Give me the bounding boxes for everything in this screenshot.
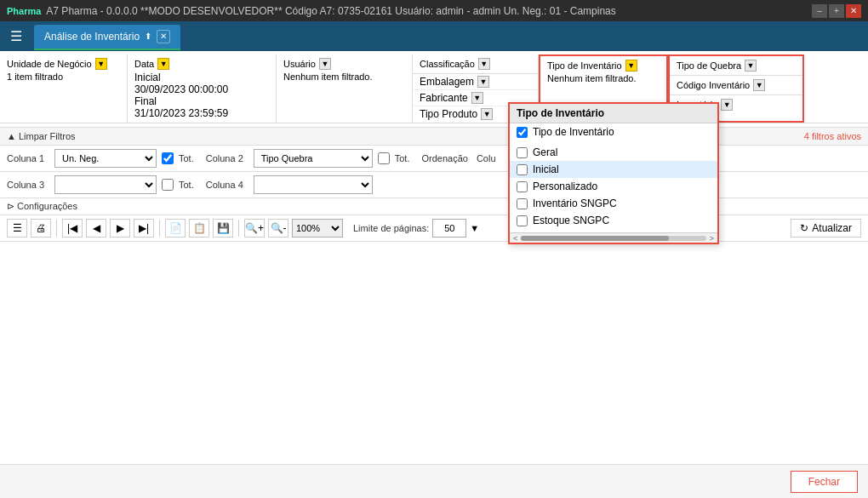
toolbar-btn-next[interactable]: ▶	[110, 219, 130, 238]
toolbar: ☰ 🖨 |◀ ◀ ▶ ▶| 📄 📋 💾 🔍+ 🔍- 100% Limite de…	[0, 215, 868, 242]
col1-select[interactable]: Un. Neg.	[54, 149, 157, 168]
maximize-button[interactable]: +	[829, 4, 844, 18]
filter-icon-codigo-inventario[interactable]: ▼	[753, 79, 765, 91]
toolbar-sep-2	[159, 220, 160, 237]
minimize-button[interactable]: –	[812, 4, 827, 18]
col2-tot-checkbox[interactable]	[378, 152, 390, 164]
label-inicial: Inicial	[533, 163, 559, 175]
toolbar-btn-7[interactable]: 💾	[213, 219, 233, 238]
checkbox-inventario-sngpc[interactable]	[517, 198, 528, 209]
filter-label-codigo-inventario: Código Inventário	[677, 80, 750, 90]
filter-label-tipo-inventario: Tipo de Inventário	[547, 60, 622, 71]
dropdown-list: Geral Inicial Personalizado Inventário S…	[510, 140, 717, 232]
filter-value-unidade: 1 item filtrado	[7, 72, 120, 82]
config-label[interactable]: ⊳ Configurações	[7, 201, 861, 212]
filter-icon-tipo-produto[interactable]: ▼	[481, 108, 493, 120]
main-content: Unidade de Negócio ▼ 1 item filtrado Dat…	[0, 51, 868, 498]
dropdown-item-inicial[interactable]: Inicial	[510, 161, 717, 178]
filter-classificacao-fabricante: Fabricante	[420, 92, 468, 104]
filter-icon-data[interactable]: ▼	[157, 58, 169, 70]
tab-close-button[interactable]: ✕	[157, 30, 170, 43]
title-bar: Pharma A7 Pharma - 0.0.0.0 **MODO DESENV…	[0, 0, 868, 21]
col2-select[interactable]: Tipo Quebra	[254, 149, 373, 168]
col1-tot-checkbox[interactable]	[162, 152, 174, 164]
dropdown-master-checkbox[interactable]	[517, 127, 528, 138]
fechar-button[interactable]: Fechar	[791, 471, 858, 493]
filter-icon-fabricante[interactable]: ▼	[471, 92, 483, 104]
ordenacao-label: Ordenação	[421, 153, 467, 163]
col3-tot-checkbox[interactable]	[162, 179, 174, 191]
checkbox-estoque-sngpc[interactable]	[517, 215, 528, 226]
dropdown-master-label: Tipo de Inventário	[533, 126, 614, 138]
scroll-left-arrow[interactable]: <	[513, 234, 517, 243]
filter-value-tipo-inventario: Nenhum item filtrado.	[547, 73, 660, 83]
toolbar-btn-5[interactable]: 📄	[165, 219, 186, 238]
refresh-label: Atualizar	[812, 222, 852, 234]
toolbar-zoom-in[interactable]: 🔍+	[244, 219, 265, 238]
filter-classificacao-tipo-produto: Tipo Produto	[420, 108, 477, 120]
label-estoque-sngpc: Estoque SNGPC	[533, 215, 609, 226]
filter-icon-unidade[interactable]: ▼	[95, 58, 107, 70]
filter-icon-usuario[interactable]: ▼	[319, 58, 331, 70]
tipo-inventario-dropdown: Tipo de Inventário Tipo de Inventário Ge…	[508, 102, 719, 244]
hamburger-button[interactable]: ☰	[5, 26, 27, 46]
col3-select[interactable]	[54, 175, 157, 194]
filter-icon-classificacao[interactable]: ▼	[478, 58, 490, 70]
clear-filters-row: ▲ Limpar Filtros 4 filtros ativos	[0, 128, 868, 146]
dropdown-item-estoque-sngpc[interactable]: Estoque SNGPC	[510, 212, 717, 229]
filter-label-classificacao: Classificação	[420, 59, 475, 69]
zoom-select[interactable]: 100%	[292, 219, 343, 238]
dropdown-item-personalizado[interactable]: Personalizado	[510, 178, 717, 195]
dropdown-item-inventario-sngpc[interactable]: Inventário SNGPC	[510, 195, 717, 212]
scroll-right-arrow[interactable]: >	[710, 234, 714, 243]
toolbar-btn-print[interactable]: 🖨	[31, 219, 51, 238]
filter-icon-embalagem[interactable]: ▼	[477, 76, 489, 88]
toolbar-zoom-out[interactable]: 🔍-	[268, 219, 288, 238]
dropdown-item-geral[interactable]: Geral	[510, 144, 717, 161]
menu-bar: ☰ Análise de Inventário ⬆ ✕	[0, 21, 868, 51]
filter-icon-tipo-quebra[interactable]: ▼	[745, 60, 757, 72]
toolbar-btn-1[interactable]: ☰	[7, 219, 27, 238]
page-limit-arrow[interactable]: ▼	[470, 223, 479, 233]
tab-analise-inventario[interactable]: Análise de Inventário ⬆ ✕	[34, 25, 180, 49]
filter-label-usuario: Usuário	[283, 59, 316, 69]
active-filters-badge: 4 filtros ativos	[804, 131, 861, 141]
scrollbar-thumb	[521, 236, 669, 241]
dropdown-master-row[interactable]: Tipo de Inventário	[510, 123, 717, 140]
checkbox-personalizado[interactable]	[517, 181, 528, 192]
close-window-button[interactable]: ✕	[846, 4, 861, 18]
col4-select[interactable]	[254, 175, 373, 194]
columns-row-1: Coluna 1 Un. Neg. Tot. Coluna 2 Tipo Que…	[0, 146, 868, 172]
filter-data-final-label: Final	[134, 95, 157, 107]
filter-icon-tipo-inventario[interactable]: ▼	[625, 60, 637, 72]
page-limit-label: Limite de páginas:	[353, 223, 429, 233]
scrollbar-track[interactable]	[521, 236, 705, 241]
page-limit-input[interactable]	[432, 219, 466, 238]
toolbar-btn-6[interactable]: 📋	[189, 219, 209, 238]
filter-classificacao-embalagem: Embalagem	[420, 76, 474, 88]
col1-tot-label: Tot.	[179, 153, 194, 163]
refresh-icon: ↻	[800, 222, 808, 234]
filter-usuario: Usuário ▼ Nenhum item filtrado.	[277, 54, 413, 123]
label-inventario-sngpc: Inventário SNGPC	[533, 197, 617, 209]
col1-label: Coluna 1	[7, 153, 49, 163]
col3-tot-label: Tot.	[179, 180, 194, 190]
window-controls: – + ✕	[812, 4, 861, 18]
dropdown-header-label: Tipo de Inventário	[517, 107, 604, 119]
tab-pin-icon[interactable]: ⬆	[145, 31, 151, 41]
dropdown-header: Tipo de Inventário	[510, 104, 717, 123]
clear-filters-button[interactable]: ▲ Limpar Filtros	[7, 131, 76, 141]
toolbar-btn-first[interactable]: |◀	[62, 219, 83, 238]
filter-value-usuario: Nenhum item filtrado.	[283, 72, 405, 82]
filter-label-tipo-quebra: Tipo de Quebra	[677, 60, 741, 71]
label-personalizado: Personalizado	[533, 180, 597, 192]
bottom-bar: Fechar	[0, 464, 868, 498]
checkbox-geral[interactable]	[517, 147, 528, 158]
filter-label-data: Data	[134, 59, 154, 69]
filter-icon-inventario[interactable]: ▼	[721, 99, 733, 111]
toolbar-btn-last[interactable]: ▶|	[134, 219, 154, 238]
toolbar-btn-prev[interactable]: ◀	[86, 219, 106, 238]
checkbox-inicial[interactable]	[517, 164, 528, 175]
refresh-button[interactable]: ↻ Atualizar	[791, 219, 861, 238]
col4-label: Coluna 4	[206, 180, 248, 190]
